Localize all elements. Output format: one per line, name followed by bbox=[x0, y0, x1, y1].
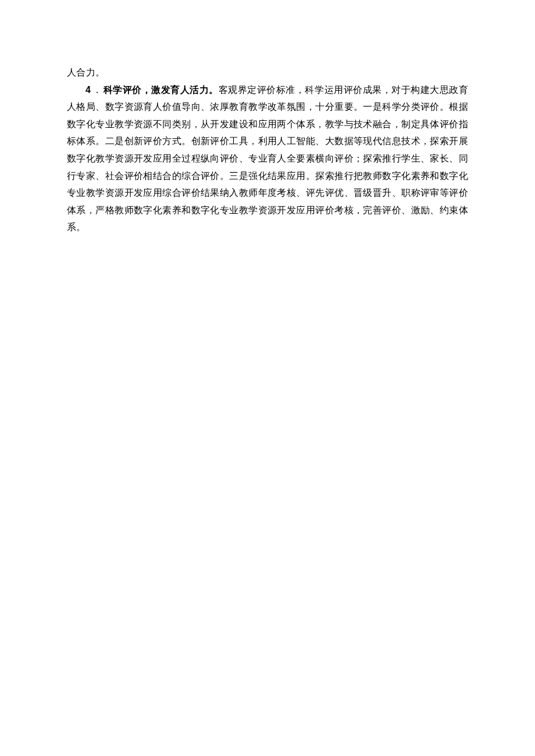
paragraph-body: 客观界定评价标准，科学运用评价成果，对于构建大思政育人格局、数字资源育人价值导向… bbox=[67, 85, 468, 232]
document-body: 人合力。 4．科学评价，激发育人活力。客观界定评价标准，科学运用评价成果，对于构… bbox=[67, 64, 468, 236]
paragraph-separator: ． bbox=[91, 85, 104, 95]
paragraph-number: 4 bbox=[85, 85, 91, 95]
continuation-line: 人合力。 bbox=[67, 64, 468, 81]
paragraph-4: 4．科学评价，激发育人活力。客观界定评价标准，科学运用评价成果，对于构建大思政育… bbox=[67, 81, 468, 236]
paragraph-heading: 科学评价，激发育人活力。 bbox=[104, 85, 219, 95]
